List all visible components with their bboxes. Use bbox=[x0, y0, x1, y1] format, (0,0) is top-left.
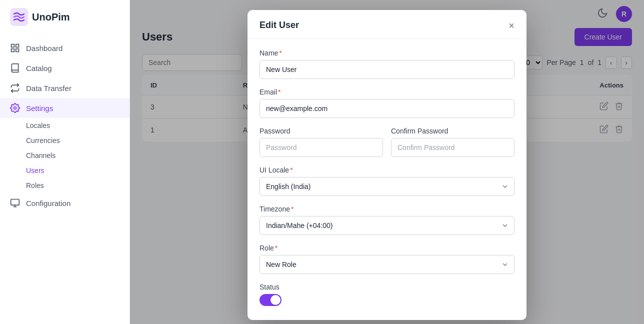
confirm-password-field-group: Confirm Password bbox=[391, 127, 514, 157]
config-icon bbox=[10, 198, 20, 208]
email-label: Email* bbox=[260, 88, 514, 96]
app-name: UnoPim bbox=[32, 12, 70, 23]
password-field-group: Password bbox=[260, 127, 383, 157]
timezone-field-group: Timezone* Indian/Mahe (+04:00) UTC (+00:… bbox=[260, 205, 514, 235]
svg-point-5 bbox=[14, 107, 16, 110]
ui-locale-field-group: UI Locale* English (India) English (US) bbox=[260, 166, 514, 196]
status-toggle-container bbox=[260, 294, 514, 306]
svg-rect-4 bbox=[16, 49, 19, 52]
name-label: Name* bbox=[260, 49, 514, 57]
status-label: Status bbox=[260, 283, 514, 291]
sidebar-item-catalog-label: Catalog bbox=[26, 64, 52, 72]
role-required: * bbox=[275, 244, 278, 252]
confirm-password-label: Confirm Password bbox=[391, 127, 514, 135]
sidebar-item-data-transfer-label: Data Transfer bbox=[26, 84, 72, 92]
sidebar-item-settings[interactable]: Settings bbox=[0, 98, 130, 118]
ui-locale-required: * bbox=[290, 166, 292, 174]
ui-locale-label: UI Locale* bbox=[260, 166, 514, 174]
sidebar-item-settings-label: Settings bbox=[26, 104, 53, 112]
role-label: Role* bbox=[260, 244, 514, 252]
status-toggle[interactable] bbox=[260, 294, 282, 306]
sidebar-item-configuration-label: Configuration bbox=[26, 199, 70, 208]
sidebar-item-dashboard[interactable]: Dashboard bbox=[0, 38, 130, 58]
sidebar-item-data-transfer[interactable]: Data Transfer bbox=[0, 78, 130, 98]
email-input[interactable] bbox=[260, 99, 514, 118]
svg-rect-1 bbox=[12, 44, 14, 48]
modal-header: Edit User × bbox=[248, 10, 526, 39]
timezone-label: Timezone* bbox=[260, 205, 514, 213]
sidebar-item-catalog[interactable]: Catalog bbox=[0, 58, 130, 78]
timezone-required: * bbox=[291, 205, 294, 213]
name-field-group: Name* bbox=[260, 49, 514, 79]
sidebar-item-users[interactable]: Users bbox=[26, 163, 130, 178]
confirm-password-input[interactable] bbox=[391, 138, 514, 157]
status-field-group: Status bbox=[260, 283, 514, 306]
sidebar-item-channels[interactable]: Channels bbox=[26, 148, 130, 163]
svg-rect-3 bbox=[12, 49, 14, 52]
logo-icon bbox=[10, 8, 28, 26]
sidebar-item-locales[interactable]: Locales bbox=[26, 118, 130, 133]
grid-icon bbox=[10, 43, 20, 53]
logo-area: UnoPim bbox=[0, 0, 130, 34]
name-input[interactable] bbox=[260, 60, 514, 79]
modal-overlay: Edit User × Name* Email* bbox=[130, 0, 644, 324]
svg-rect-6 bbox=[11, 200, 20, 206]
edit-user-modal: Edit User × Name* Email* bbox=[248, 10, 526, 320]
nav-items: Dashboard Catalog Data Transfer Settings… bbox=[0, 34, 130, 324]
modal-title: Edit User bbox=[260, 20, 299, 30]
email-required: * bbox=[278, 88, 280, 96]
modal-close-button[interactable]: × bbox=[508, 20, 514, 30]
sidebar-item-roles[interactable]: Roles bbox=[26, 178, 130, 193]
svg-rect-2 bbox=[16, 44, 19, 48]
password-input[interactable] bbox=[260, 138, 383, 157]
transfer-icon bbox=[10, 83, 20, 93]
sidebar: UnoPim Dashboard Catalog Data Transfer S… bbox=[0, 0, 130, 324]
ui-locale-select[interactable]: English (India) English (US) bbox=[260, 177, 514, 196]
main-content: R Users Create User 10 25 50 Per Page 1 … bbox=[130, 0, 644, 324]
book-icon bbox=[10, 63, 20, 73]
role-select[interactable]: New Role Administrator bbox=[260, 255, 514, 274]
sidebar-item-configuration[interactable]: Configuration bbox=[0, 193, 130, 213]
sidebar-item-currencies[interactable]: Currencies bbox=[26, 133, 130, 148]
name-required: * bbox=[279, 49, 282, 57]
sub-nav: Locales Currencies Channels Users Roles bbox=[0, 118, 130, 193]
role-field-group: Role* New Role Administrator bbox=[260, 244, 514, 274]
password-row: Password Confirm Password bbox=[260, 127, 514, 157]
email-field-group: Email* bbox=[260, 88, 514, 118]
modal-body: Name* Email* Password bbox=[248, 39, 526, 320]
timezone-select[interactable]: Indian/Mahe (+04:00) UTC (+00:00) bbox=[260, 216, 514, 235]
password-label: Password bbox=[260, 127, 383, 135]
sidebar-item-dashboard-label: Dashboard bbox=[26, 44, 62, 52]
settings-icon bbox=[10, 103, 20, 113]
